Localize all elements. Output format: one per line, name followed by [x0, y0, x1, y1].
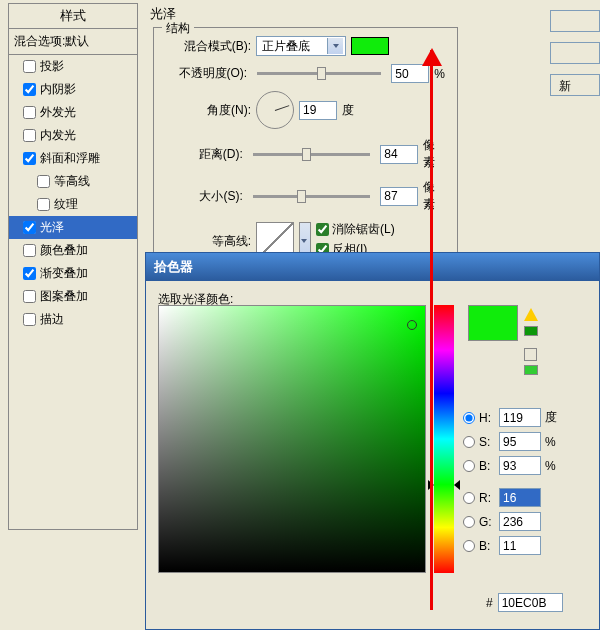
style-list: 投影内阴影外发光内发光斜面和浮雕等高线纹理光泽颜色叠加渐变叠加图案叠加描边 [8, 55, 138, 530]
hash-label: # [486, 596, 493, 610]
button-partial-2[interactable] [550, 42, 600, 64]
style-checkbox[interactable] [23, 60, 36, 73]
gamut-warning-icon[interactable] [524, 308, 538, 321]
s-input[interactable] [499, 432, 541, 451]
style-item-label: 颜色叠加 [40, 242, 88, 259]
hue-marker-left-icon [428, 480, 434, 490]
bb-radio[interactable] [463, 540, 475, 552]
structure-group: 结构 混合模式(B): 正片叠底 不透明度(O): % 角度(N): 度 距离(… [153, 27, 458, 282]
r-label: R: [479, 491, 495, 505]
websafe-swatch[interactable] [524, 365, 538, 375]
opacity-label: 不透明度(O): [166, 65, 247, 82]
style-item[interactable]: 颜色叠加 [9, 239, 137, 262]
blend-color-swatch[interactable] [351, 37, 389, 55]
style-item[interactable]: 斜面和浮雕 [9, 147, 137, 170]
h-unit: 度 [545, 409, 557, 426]
effect-settings: 光泽 结构 混合模式(B): 正片叠底 不透明度(O): % 角度(N): 度 … [145, 3, 595, 284]
style-item-label: 投影 [40, 58, 64, 75]
style-checkbox[interactable] [23, 129, 36, 142]
chevron-down-icon [333, 44, 339, 48]
style-checkbox[interactable] [37, 175, 50, 188]
style-checkbox[interactable] [23, 267, 36, 280]
style-checkbox[interactable] [23, 313, 36, 326]
angle-unit: 度 [342, 102, 354, 119]
style-checkbox[interactable] [23, 83, 36, 96]
color-field-cursor [407, 320, 417, 330]
style-item[interactable]: 外发光 [9, 101, 137, 124]
style-item-label: 描边 [40, 311, 64, 328]
b-input[interactable] [499, 456, 541, 475]
gamut-swatch[interactable] [524, 326, 538, 336]
s-unit: % [545, 435, 556, 449]
b-label: B: [479, 459, 495, 473]
r-input[interactable] [499, 488, 541, 507]
b-unit: % [545, 459, 556, 473]
g-label: G: [479, 515, 495, 529]
button-partial-1[interactable] [550, 10, 600, 32]
h-label: H: [479, 411, 495, 425]
style-item-label: 内阴影 [40, 81, 76, 98]
style-item-label: 渐变叠加 [40, 265, 88, 282]
style-checkbox[interactable] [23, 221, 36, 234]
color-field[interactable] [158, 305, 426, 573]
style-checkbox[interactable] [23, 290, 36, 303]
color-model-inputs: H:度 S:% B:% R: G: B: [463, 408, 557, 560]
style-checkbox[interactable] [23, 152, 36, 165]
styles-header: 样式 [8, 3, 138, 29]
blend-mode-dropdown[interactable]: 正片叠底 [256, 36, 346, 56]
h-input[interactable] [499, 408, 541, 427]
style-checkbox[interactable] [37, 198, 50, 211]
style-checkbox[interactable] [23, 244, 36, 257]
style-item[interactable]: 光泽 [9, 216, 137, 239]
angle-dial[interactable] [256, 91, 294, 129]
style-item[interactable]: 渐变叠加 [9, 262, 137, 285]
b-radio[interactable] [463, 460, 475, 472]
opacity-slider[interactable] [257, 72, 381, 75]
new-color-swatch[interactable] [468, 305, 518, 341]
size-input[interactable] [380, 187, 418, 206]
style-item[interactable]: 投影 [9, 55, 137, 78]
style-item[interactable]: 内发光 [9, 124, 137, 147]
opacity-input[interactable] [391, 64, 429, 83]
websafe-warning-icon[interactable] [524, 348, 537, 361]
h-radio[interactable] [463, 412, 475, 424]
style-checkbox[interactable] [23, 106, 36, 119]
style-item[interactable]: 描边 [9, 308, 137, 331]
hex-input[interactable] [498, 593, 563, 612]
blend-mode-value: 正片叠底 [262, 38, 310, 55]
hue-slider[interactable] [434, 305, 454, 573]
style-item-label: 内发光 [40, 127, 76, 144]
bb-label: B: [479, 539, 495, 553]
g-radio[interactable] [463, 516, 475, 528]
style-item-label: 图案叠加 [40, 288, 88, 305]
angle-label: 角度(N): [166, 102, 251, 119]
blend-mode-label: 混合模式(B): [166, 38, 251, 55]
right-buttons: 新 [550, 10, 600, 106]
style-item-label: 等高线 [54, 173, 90, 190]
new-button[interactable]: 新 [550, 74, 600, 96]
antialias-checkbox[interactable] [316, 223, 329, 236]
s-label: S: [479, 435, 495, 449]
style-item[interactable]: 纹理 [9, 193, 137, 216]
distance-unit: 像素 [423, 137, 445, 171]
g-input[interactable] [499, 512, 541, 531]
hue-marker-right-icon [454, 480, 460, 490]
picker-titlebar[interactable]: 拾色器 [146, 253, 599, 281]
style-item[interactable]: 等高线 [9, 170, 137, 193]
s-radio[interactable] [463, 436, 475, 448]
bb-input[interactable] [499, 536, 541, 555]
blend-options-default[interactable]: 混合选项:默认 [8, 29, 138, 55]
angle-input[interactable] [299, 101, 337, 120]
distance-slider[interactable] [253, 153, 370, 156]
structure-legend: 结构 [162, 20, 194, 37]
style-item[interactable]: 内阴影 [9, 78, 137, 101]
size-label: 大小(S): [166, 188, 243, 205]
distance-input[interactable] [380, 145, 418, 164]
size-slider[interactable] [253, 195, 370, 198]
antialias-label: 消除锯齿(L) [332, 221, 395, 238]
contour-label: 等高线: [166, 233, 251, 250]
style-item[interactable]: 图案叠加 [9, 285, 137, 308]
distance-label: 距离(D): [166, 146, 243, 163]
r-radio[interactable] [463, 492, 475, 504]
size-unit: 像素 [423, 179, 445, 213]
